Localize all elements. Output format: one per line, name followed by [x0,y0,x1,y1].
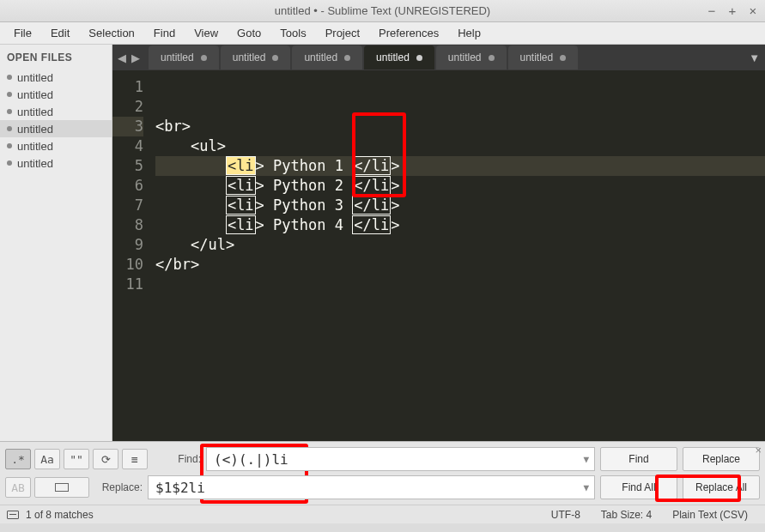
code[interactable]: <br> <ul> <li> Python 1 </li> <li> Pytho… [150,70,765,441]
code-line[interactable]: <li> Python 1 </li> [155,156,765,176]
replace-all-button[interactable]: Replace All [683,475,760,499]
titlebar: untitled • - Sublime Text (UNREGISTERED)… [0,0,765,22]
line-number: 6 [112,176,143,196]
tab-next-icon[interactable]: ▶ [130,51,142,64]
tab-overflow-icon[interactable]: ▼ [749,51,760,64]
tab-item[interactable]: untitled [436,45,507,70]
menu-preferences[interactable]: Preferences [370,24,447,42]
open-file-label: untitled [17,140,53,153]
status-tabsize[interactable]: Tab Size: 4 [591,509,662,521]
code-line[interactable]: <ul> [155,136,765,156]
preservecase-option[interactable] [34,477,89,498]
open-file-label: untitled [17,123,53,136]
window-title: untitled • - Sublime Text (UNREGISTERED) [275,4,490,17]
line-number: 7 [112,196,143,215]
menubar: File Edit Selection Find View Goto Tools… [0,22,765,45]
modified-dot-icon [7,109,12,114]
open-file-item[interactable]: untitled [0,86,112,103]
regex-option[interactable]: .* [5,449,31,469]
search-match: <li [226,196,256,215]
tab-item[interactable]: untitled [149,45,219,70]
sidebar: OPEN FILES untitled untitled untitled un… [0,45,112,441]
code-line[interactable]: <li> Python 2 </li> [155,176,765,196]
code-line[interactable]: <li> Python 3 </li> [155,196,765,215]
find-label: Find: [153,453,201,465]
panel-switcher-icon[interactable] [7,511,19,519]
replace-input-value: $1$2li [155,480,205,496]
modified-dot-icon [7,160,12,166]
code-line[interactable] [155,294,765,314]
find-all-button[interactable]: Find All [600,475,677,499]
wrap-option[interactable]: ⟳ [93,449,118,469]
editor-area: ◀ ▶ untitled untitled untitled untitled … [112,45,765,441]
open-file-item[interactable]: untitled [0,120,112,137]
tab-item[interactable]: untitled [221,45,291,70]
maximize-icon[interactable]: + [726,3,739,18]
find-option-buttons: .* Aa "" ⟳ ≡ [5,449,148,469]
search-match: </li [352,156,391,175]
preservecase-icon [55,483,69,492]
replace-button[interactable]: Replace [683,447,760,471]
line-number: 2 [112,97,143,117]
wholeword-option[interactable]: "" [64,449,89,469]
tab-item-active[interactable]: untitled [364,45,434,70]
tab-prev-icon[interactable]: ◀ [116,51,128,64]
tab-nav: ◀ ▶ [116,51,142,64]
tab-item[interactable]: untitled [292,45,362,70]
window-controls: − + × [705,0,760,21]
modified-dot-icon [7,92,12,97]
search-match: <li [226,156,256,175]
menu-project[interactable]: Project [317,24,368,42]
code-line[interactable]: </ul> [155,235,765,255]
history-dropdown-icon[interactable]: ▼ [583,482,589,493]
code-line[interactable] [155,314,765,334]
tab-item[interactable]: untitled [508,45,579,70]
menu-find[interactable]: Find [145,24,184,42]
menu-edit[interactable]: Edit [42,24,78,42]
menu-view[interactable]: View [185,24,227,42]
modified-dot-icon [272,55,278,61]
line-number: 3 [112,117,143,136]
search-match: </li [352,176,391,195]
code-line[interactable] [155,275,765,294]
tab-label: untitled [376,51,410,63]
code-line[interactable]: </br> [155,255,765,275]
menu-tools[interactable]: Tools [271,24,314,42]
menu-help[interactable]: Help [449,24,489,42]
status-syntax[interactable]: Plain Text (CSV) [662,509,758,521]
replace-input[interactable]: $1$2li ▼ [148,475,595,499]
close-icon[interactable]: × [746,3,760,18]
inselection-option[interactable]: ≡ [122,449,148,469]
menu-selection[interactable]: Selection [80,24,143,42]
code-area[interactable]: 1234567891011 <br> <ul> <li> Python 1 </… [112,70,765,441]
search-replace-panel: × .* Aa "" ⟳ ≡ Find: (<)(.|)li ▼ Find Re… [0,441,765,505]
open-file-item[interactable]: untitled [0,137,112,154]
code-line[interactable]: <li> Python 4 </li> [155,215,765,235]
case-option[interactable]: Aa [34,449,60,469]
line-number: 1 [112,77,143,97]
menu-file[interactable]: File [5,24,40,42]
find-button[interactable]: Find [600,447,677,471]
line-number: 4 [112,136,143,156]
open-file-item[interactable]: untitled [0,103,112,120]
status-encoding[interactable]: UTF-8 [541,509,591,521]
statusbar: 1 of 8 matches UTF-8 Tab Size: 4 Plain T… [0,505,765,523]
highlight-option[interactable]: AB [5,477,31,498]
tab-label: untitled [304,51,337,63]
open-file-label: untitled [17,71,53,84]
tab-label: untitled [161,51,194,63]
line-number: 10 [112,255,143,275]
modified-dot-icon [201,55,207,61]
modified-dot-icon [560,55,566,61]
code-line[interactable]: <br> [155,117,765,136]
search-match: </li [352,215,391,234]
minimize-icon[interactable]: − [705,3,719,18]
find-input[interactable]: (<)(.|)li ▼ [206,447,595,471]
close-panel-icon[interactable]: × [755,444,762,456]
menu-goto[interactable]: Goto [228,24,270,42]
open-file-item[interactable]: untitled [0,69,112,86]
history-dropdown-icon[interactable]: ▼ [583,454,589,465]
open-file-item[interactable]: untitled [0,154,112,172]
tab-label: untitled [233,51,266,63]
tab-label: untitled [448,51,482,63]
